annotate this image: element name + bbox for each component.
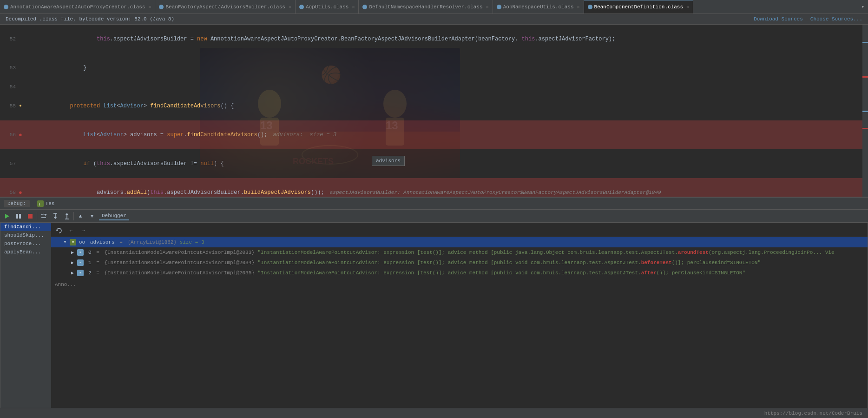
tab-bean-component[interactable]: BeanComponentDefinition.class ✕ bbox=[584, 0, 693, 13]
code-line-56: 56 ● List<Advisor> advisors = super.find… bbox=[0, 120, 868, 149]
gutter-icon-54 bbox=[17, 83, 24, 91]
cs-item-shouldskip[interactable]: shouldSkip... bbox=[0, 231, 51, 239]
tab-close-6[interactable]: ✕ bbox=[686, 4, 689, 10]
editor-area: 🏀 13 13 ROCKETS 52 this.aspectJAdvisorsB… bbox=[0, 25, 868, 197]
tab-default-ns[interactable]: DefaultNamespaceHandlerResolver.class ✕ bbox=[359, 0, 493, 13]
line-number-52: 52 bbox=[2, 36, 16, 42]
scroll-mark-selected bbox=[862, 111, 868, 112]
code-line-57: 57 if (this.aspectJAdvisorsBuilder != nu… bbox=[0, 149, 868, 178]
var-child-0[interactable]: ▶ ≡ 0 = {InstantiationModelAwarePointcut… bbox=[51, 247, 868, 258]
line-number-53: 53 bbox=[2, 65, 16, 71]
gutter-icon-57 bbox=[17, 160, 24, 167]
var-child-1-label: 1 = {InstantiationModelAwarePointcutAdvi… bbox=[88, 260, 761, 265]
right-gutter[interactable] bbox=[862, 25, 868, 197]
tab-label-5: AopNamespaceUtils.class bbox=[503, 4, 574, 10]
step-into-button[interactable] bbox=[50, 211, 60, 221]
debug-panel: Debug: T Tes bbox=[0, 197, 868, 418]
tooltip-text: advisors bbox=[376, 158, 401, 164]
code-content-56: List<Advisor> advisors = super.findCandi… bbox=[28, 120, 868, 149]
tab-close-1[interactable]: ✕ bbox=[148, 4, 151, 10]
cs-item-findcandi[interactable]: findCandi... bbox=[0, 223, 51, 231]
stop-button[interactable] bbox=[25, 211, 35, 221]
vars-back-button[interactable]: ← bbox=[66, 226, 76, 236]
var-child-0-label: 0 = {InstantiationModelAwarePointcutAdvi… bbox=[88, 250, 835, 255]
code-content-57: if (this.aspectJAdvisorsBuilder != null)… bbox=[28, 149, 868, 178]
step-out-button[interactable] bbox=[62, 211, 72, 221]
gutter-icon-52 bbox=[17, 35, 24, 43]
var-child-1[interactable]: ▶ ≡ 1 = {InstantiationModelAwarePointcut… bbox=[51, 258, 868, 268]
tab-close-5[interactable]: ✕ bbox=[577, 4, 580, 10]
choose-sources-link[interactable]: Choose Sources... bbox=[810, 16, 862, 22]
code-content-58: advisors.addAll(this.aspectJAdvisorsBuil… bbox=[28, 178, 868, 197]
code-line-55: 55 ● protected List<Advisor> findCandida… bbox=[0, 92, 868, 120]
cs-item-applybean[interactable]: applyBean... bbox=[0, 248, 51, 256]
vars-panel: ← → ▼ ∷ oo advisors = {ArrayList@1862} s… bbox=[51, 223, 868, 418]
frame-down-button[interactable]: ▼ bbox=[87, 211, 97, 221]
code-line-54: 54 bbox=[0, 82, 868, 92]
var-root-advisors[interactable]: ▼ ∷ oo advisors = {ArrayList@1862} size … bbox=[51, 237, 868, 247]
scroll-mark-bp2 bbox=[862, 128, 868, 129]
resume-button[interactable] bbox=[2, 211, 12, 221]
gutter-55: 55 ● bbox=[0, 92, 28, 120]
tab-bean-factory[interactable]: BeanFactoryAspectJAdvisorsBuilder.class … bbox=[155, 0, 295, 13]
svg-marker-23 bbox=[65, 213, 69, 215]
tab-close-4[interactable]: ✕ bbox=[486, 4, 489, 10]
cs-item-postprocess[interactable]: postProce... bbox=[0, 239, 51, 248]
download-sources-link[interactable]: Download Sources bbox=[754, 16, 803, 22]
var-list-icon-root: ∷ bbox=[70, 239, 76, 245]
tab-icon-5 bbox=[497, 5, 501, 9]
breakpoint-icon-56: ● bbox=[17, 131, 24, 139]
info-bar: Decompiled .class file, bytecode version… bbox=[0, 14, 868, 25]
tab-icon-3 bbox=[299, 5, 304, 9]
var-icon-0: ≡ bbox=[77, 249, 84, 256]
status-url: https://blog.csdn.net/CoderBruis bbox=[764, 411, 862, 416]
code-content-53: } bbox=[28, 53, 868, 82]
decompile-info: Decompiled .class file, bytecode version… bbox=[6, 16, 174, 22]
tab-label-4: DefaultNamespaceHandlerResolver.class bbox=[369, 4, 482, 10]
test-icon: T bbox=[37, 200, 44, 207]
tab-annotation-aware[interactable]: AnnotationAwareAspectJAutoProxyCreator.c… bbox=[0, 0, 155, 13]
separator-2 bbox=[73, 212, 74, 220]
call-stack-panel: findCandi... shouldSkip... postProce... … bbox=[0, 223, 51, 418]
frame-up-button[interactable]: ▲ bbox=[75, 211, 85, 221]
line-number-58: 58 bbox=[2, 190, 16, 195]
code-line-58: 58 ● advisors.addAll(this.aspectJAdvisor… bbox=[0, 178, 868, 197]
pause-button[interactable] bbox=[13, 211, 24, 221]
gutter-56: 56 ● bbox=[0, 120, 28, 149]
tab-label-1: AnnotationAwareAspectJAutoProxyCreator.c… bbox=[10, 4, 145, 10]
svg-marker-20 bbox=[53, 217, 57, 219]
line-number-55: 55 bbox=[2, 103, 16, 109]
expand-arrow-root: ▼ bbox=[62, 239, 68, 245]
tab-close-3[interactable]: ✕ bbox=[352, 4, 355, 10]
vars-refresh-button[interactable] bbox=[54, 226, 64, 236]
debug-header: Debug: T Tes bbox=[0, 198, 868, 210]
line-number-56: 56 bbox=[2, 132, 16, 138]
tab-aop-ns-utils[interactable]: AopNamespaceUtils.class ✕ bbox=[493, 0, 584, 13]
code-content-54 bbox=[28, 82, 868, 92]
tab-aop-utils[interactable]: AopUtils.class ✕ bbox=[296, 0, 359, 13]
svg-text:T: T bbox=[38, 202, 41, 207]
status-bar: https://blog.csdn.net/CoderBruis bbox=[0, 408, 868, 418]
var-child-2[interactable]: ▶ ≡ 2 = {InstantiationModelAwarePointcut… bbox=[51, 268, 868, 278]
console-tab[interactable] bbox=[131, 215, 137, 218]
scroll-mark-bp1 bbox=[862, 76, 868, 78]
gutter-57: 57 bbox=[0, 149, 28, 178]
tab-close-2[interactable]: ✕ bbox=[289, 4, 291, 10]
step-over-button[interactable] bbox=[39, 211, 49, 221]
code-container: 52 this.aspectJAdvisorsBuilder = new Ann… bbox=[0, 25, 868, 197]
tab-bar: AnnotationAwareAspectJAutoProxyCreator.c… bbox=[0, 0, 868, 14]
expand-arrow-2: ▶ bbox=[70, 270, 75, 276]
vars-toolbar: ← → bbox=[51, 225, 868, 237]
debug-label: Debug: bbox=[4, 200, 30, 207]
debugger-tab[interactable]: Debugger bbox=[99, 212, 129, 220]
vars-forward-button[interactable]: → bbox=[78, 226, 88, 236]
code-content-55: protected List<Advisor> findCandidateAdv… bbox=[28, 92, 868, 120]
tab-overflow-button[interactable]: ▾ bbox=[859, 3, 866, 11]
svg-marker-17 bbox=[45, 214, 47, 216]
gutter-53: 53 bbox=[0, 53, 28, 82]
svg-rect-14 bbox=[16, 214, 18, 219]
gutter-54: 54 bbox=[0, 82, 28, 92]
tab-label-2: BeanFactoryAspectJAdvisorsBuilder.class bbox=[165, 4, 285, 10]
line-number-54: 54 bbox=[2, 84, 16, 90]
var-icon-2: ≡ bbox=[77, 270, 84, 276]
